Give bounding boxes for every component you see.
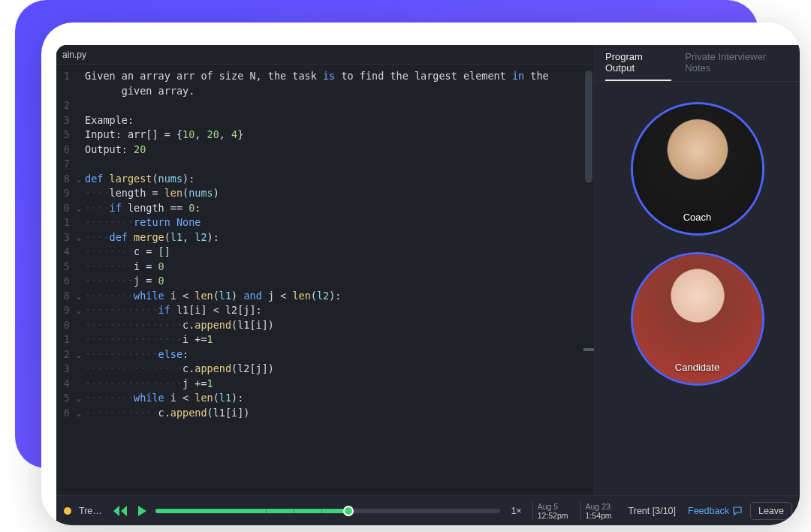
code-line[interactable]: 6Output: 20 — [56, 143, 594, 158]
code-line[interactable]: 5Input: arr[] = {10, 20, 4} — [56, 128, 594, 143]
track-tick — [294, 507, 294, 515]
code-line[interactable]: 0················c.append(l1[i]) — [56, 318, 594, 333]
code-line[interactable]: 4················j +=1 — [56, 377, 594, 392]
code-line[interactable]: given array. — [56, 84, 594, 99]
start-date: Aug 5 — [538, 502, 568, 511]
code-line[interactable]: 6⌄············c.append(l1[i]) — [56, 406, 594, 421]
start-time: Aug 5 12:52pm — [532, 502, 573, 520]
fold-chevron-icon[interactable]: ⌄ — [73, 391, 85, 406]
user-progress-label: Trent [3/10] — [624, 506, 680, 516]
fold-chevron-icon[interactable]: ⌄ — [73, 289, 85, 304]
start-clock: 12:52pm — [538, 511, 568, 520]
main-split: ain.py 1Given an array arr of size N, th… — [56, 45, 800, 495]
side-pane: Program Output Private Interviewer Notes… — [595, 45, 800, 495]
candidate-video-bubble[interactable]: Candidate — [633, 254, 762, 383]
scrollbar-marker — [583, 348, 594, 351]
recording-dot-icon — [64, 507, 71, 515]
fold-chevron-icon — [73, 274, 85, 289]
code-line[interactable]: 9⌄············if l1[i] < l2[j]: — [56, 303, 594, 318]
code-line[interactable]: 1········return None — [56, 215, 594, 230]
code-area[interactable]: 1Given an array arr of size N, the task … — [56, 65, 594, 495]
chat-icon — [732, 506, 743, 516]
fold-chevron-icon — [73, 113, 85, 128]
code-line[interactable]: 2 — [56, 98, 594, 113]
feedback-button[interactable]: Feedback — [688, 506, 743, 516]
play-button[interactable] — [136, 505, 148, 517]
fold-chevron-icon[interactable]: ⌄ — [73, 406, 85, 421]
fold-chevron-icon[interactable]: ⌄ — [73, 347, 85, 362]
speed-label[interactable]: 1× — [508, 506, 524, 516]
code-line[interactable]: 9····length = len(nums) — [56, 186, 594, 201]
fold-chevron-icon — [73, 245, 85, 260]
fold-chevron-icon — [73, 157, 85, 172]
code-line[interactable]: 0⌄····if length == 0: — [56, 201, 594, 216]
code-line[interactable]: 6········j = 0 — [56, 274, 594, 289]
file-tab[interactable]: ain.py — [62, 50, 86, 60]
track-tick — [266, 507, 267, 515]
fold-chevron-icon — [73, 332, 85, 347]
end-clock: 1:54pm — [586, 511, 612, 520]
code-line[interactable]: 1Given an array arr of size N, the task … — [56, 69, 594, 84]
scrollbar-thumb[interactable] — [585, 71, 592, 183]
coach-label: Coach — [633, 212, 762, 223]
app-window: ain.py 1Given an array arr of size N, th… — [41, 23, 800, 525]
code-line[interactable]: 8⌄def largest(nums): — [56, 172, 594, 187]
fold-chevron-icon — [73, 186, 85, 201]
fold-chevron-icon — [73, 215, 85, 230]
code-line[interactable]: 3················c.append(l2[j]) — [56, 362, 594, 377]
code-line[interactable]: 5⌄········while i < len(l1): — [56, 391, 594, 406]
code-line[interactable]: 1················i +=1 — [56, 332, 594, 347]
fold-chevron-icon — [73, 143, 85, 158]
fold-chevron-icon — [73, 98, 85, 113]
code-line[interactable]: 3Example: — [56, 113, 594, 128]
editor-tabbar: ain.py — [56, 45, 594, 65]
app-inner: ain.py 1Given an array arr of size N, th… — [56, 45, 800, 525]
track-tick — [321, 507, 322, 515]
fold-chevron-icon — [73, 318, 85, 333]
fold-chevron-icon — [73, 377, 85, 392]
fold-chevron-icon[interactable]: ⌄ — [73, 303, 85, 318]
fold-chevron-icon — [73, 84, 85, 99]
playback-track[interactable] — [155, 509, 500, 513]
editor-pane: ain.py 1Given an array arr of size N, th… — [56, 45, 595, 495]
fold-chevron-icon — [73, 260, 85, 275]
fold-chevron-icon[interactable]: ⌄ — [73, 201, 85, 216]
code-line[interactable]: 5········i = 0 — [56, 260, 594, 275]
candidate-label: Candidate — [633, 362, 762, 373]
fold-chevron-icon[interactable]: ⌄ — [73, 230, 85, 245]
fold-chevron-icon — [73, 128, 85, 143]
code-line[interactable]: 8⌄········while i < len(l1) and j < len(… — [56, 289, 594, 304]
tab-program-output[interactable]: Program Output — [605, 51, 671, 74]
recording-label: Tre… — [79, 506, 104, 516]
feedback-label: Feedback — [688, 506, 729, 516]
side-tabs: Program Output Private Interviewer Notes — [595, 45, 800, 82]
fold-chevron-icon — [73, 362, 85, 377]
playback-knob[interactable] — [343, 506, 354, 516]
leave-button[interactable]: Leave — [750, 502, 792, 520]
end-date: Aug 23 — [586, 502, 612, 511]
code-line[interactable]: 3⌄····def merge(l1, l2): — [56, 230, 594, 245]
coach-video-bubble[interactable]: Coach — [633, 104, 762, 233]
tab-interviewer-notes[interactable]: Private Interviewer Notes — [685, 51, 789, 74]
code-line[interactable]: 2⌄············else: — [56, 347, 594, 362]
rewind-button[interactable] — [112, 505, 128, 517]
code-line[interactable]: 4········c = [] — [56, 245, 594, 260]
code-line[interactable]: 7 — [56, 157, 594, 172]
video-column: Coach Candidate — [595, 82, 800, 495]
playback-fill — [155, 509, 348, 513]
fold-chevron-icon — [73, 69, 85, 84]
bottom-bar: Tre… 1× Aug 5 12:52pm Aug 23 1:54pm — [56, 495, 800, 525]
fold-chevron-icon[interactable]: ⌄ — [73, 172, 85, 187]
end-time: Aug 23 1:54pm — [580, 502, 617, 520]
